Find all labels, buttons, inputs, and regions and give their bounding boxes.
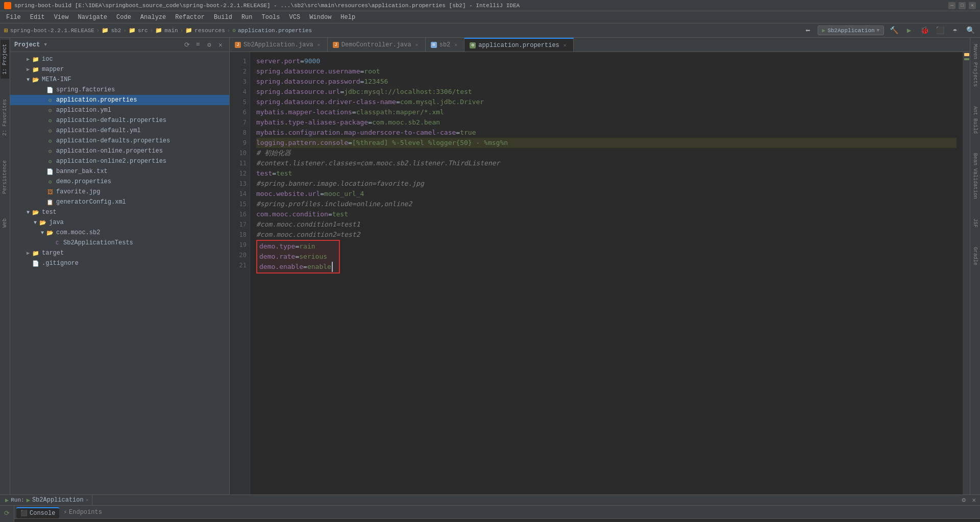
settings-icon[interactable]: ⚙ bbox=[205, 40, 214, 49]
tree-item-favorite-jpg[interactable]: 🖼 favorite.jpg bbox=[10, 187, 229, 197]
endpoints-tab[interactable]: ⚡ Endpoints bbox=[59, 507, 106, 517]
rerun-button[interactable]: ⟳ bbox=[2, 508, 13, 519]
tab-close-3[interactable]: ✕ bbox=[453, 41, 459, 48]
window-controls[interactable]: ─ □ ✕ bbox=[948, 2, 976, 9]
left-tab-web[interactable]: Web bbox=[1, 214, 9, 232]
menu-analyze[interactable]: Analyze bbox=[136, 13, 170, 22]
file-banner-icon: 📄 bbox=[46, 167, 54, 176]
menu-window[interactable]: Window bbox=[305, 13, 335, 22]
right-tab-gradle[interactable]: Gradle bbox=[971, 243, 979, 269]
back-button[interactable]: ⬅ bbox=[802, 25, 814, 36]
tab-close-4[interactable]: ✕ bbox=[562, 42, 568, 49]
run-close-icon[interactable]: ✕ bbox=[86, 497, 89, 503]
run-button[interactable]: ▶ bbox=[903, 25, 915, 36]
menu-file[interactable]: File bbox=[2, 13, 25, 22]
breadcrumb-main[interactable]: main bbox=[164, 28, 178, 34]
code-line-12: test=test bbox=[256, 168, 957, 179]
breadcrumb-resources[interactable]: resources bbox=[194, 28, 225, 34]
menu-build[interactable]: Build bbox=[210, 13, 236, 22]
tree-item-gitignore[interactable]: 📄 .gitignore bbox=[10, 258, 229, 268]
close-button[interactable]: ✕ bbox=[969, 2, 976, 9]
tab-sb2[interactable]: m sb2 ✕ bbox=[426, 38, 465, 52]
hide-bottom-icon[interactable]: ✕ bbox=[970, 495, 978, 505]
right-tab-jsf[interactable]: JSF bbox=[971, 214, 979, 232]
maximize-button[interactable]: □ bbox=[959, 2, 966, 9]
tree-label-java: java bbox=[49, 219, 64, 226]
tree-item-spring-factories[interactable]: 📄 spring.factories bbox=[10, 85, 229, 95]
run-config-selector[interactable]: ▶ Sb2Application ▼ bbox=[818, 26, 884, 35]
menu-edit[interactable]: Edit bbox=[26, 13, 49, 22]
tab-sb2application[interactable]: J Sb2Application.java ✕ bbox=[230, 38, 328, 52]
tree-item-sb2-tests[interactable]: C Sb2ApplicationTests bbox=[10, 238, 229, 248]
tab-close-1[interactable]: ✕ bbox=[316, 41, 322, 48]
right-tab-maven[interactable]: Maven Projects bbox=[971, 40, 979, 91]
tree-item-meta-inf[interactable]: ▼ 📂 META-INF bbox=[10, 74, 229, 85]
tab-close-2[interactable]: ✕ bbox=[414, 41, 420, 48]
tree-item-target[interactable]: ▶ 📁 target bbox=[10, 248, 229, 258]
tree-item-app-online2-props[interactable]: ⚙ application-online2.properties bbox=[10, 156, 229, 166]
tree-item-java[interactable]: ▼ 📂 java bbox=[10, 217, 229, 228]
line-numbers: 123456789101112131415161718192021 bbox=[230, 52, 250, 494]
tree-item-application-props[interactable]: ⚙ application.properties bbox=[10, 95, 229, 105]
tree-item-ioc[interactable]: ▶ 📁 ioc bbox=[10, 54, 229, 64]
close-panel-icon[interactable]: ✕ bbox=[216, 40, 225, 49]
file-app-online-props-icon: ⚙ bbox=[46, 147, 54, 155]
stop-button[interactable]: ⬛ bbox=[934, 25, 945, 36]
right-tab-ant[interactable]: Ant Build bbox=[971, 102, 979, 138]
breadcrumb-src[interactable]: src bbox=[138, 28, 148, 34]
folder-target-icon: 📁 bbox=[32, 249, 40, 257]
menu-refactor[interactable]: Refactor bbox=[171, 13, 209, 22]
right-edge-bar bbox=[963, 52, 970, 494]
project-dropdown-icon[interactable]: ▼ bbox=[44, 42, 46, 47]
info-indicator bbox=[964, 58, 969, 60]
tree-item-com-mooc-sb2[interactable]: ▼ 📂 com.mooc.sb2 bbox=[10, 228, 229, 238]
tree-item-test[interactable]: ▼ 📂 test bbox=[10, 207, 229, 217]
menu-help[interactable]: Help bbox=[336, 13, 359, 22]
tree-item-demo-props[interactable]: ⚙ demo.properties bbox=[10, 177, 229, 187]
menu-view[interactable]: View bbox=[50, 13, 73, 22]
menu-vcs[interactable]: VCS bbox=[285, 13, 305, 22]
left-tab-persistence[interactable]: Persistence bbox=[1, 156, 9, 198]
menu-run[interactable]: Run bbox=[237, 13, 257, 22]
tree-item-app-default-yml[interactable]: ⚙ application-default.yml bbox=[10, 126, 229, 136]
code-editor[interactable]: 123456789101112131415161718192021 server… bbox=[230, 52, 970, 494]
menu-tools[interactable]: Tools bbox=[258, 13, 284, 22]
sync-icon[interactable]: ⟳ bbox=[182, 40, 191, 49]
tree-item-generator-config[interactable]: 📋 generatorConfig.xml bbox=[10, 197, 229, 207]
collapse-all-icon[interactable]: ≡ bbox=[193, 40, 203, 49]
coverage-button[interactable]: ☂ bbox=[949, 25, 961, 36]
breadcrumb-current-file: application.properties bbox=[238, 28, 312, 34]
tree-label-demo-props: demo.properties bbox=[56, 178, 111, 185]
breadcrumb-root[interactable]: spring-boot-2.2.1.RELEASE bbox=[10, 28, 94, 34]
run-tab-header[interactable]: ▶ Run: ▶ Sb2Application ✕ bbox=[2, 495, 92, 505]
settings-gear-icon[interactable]: ⚙ bbox=[960, 495, 968, 505]
tree-item-application-yml[interactable]: ⚙ application.yml bbox=[10, 105, 229, 115]
build-button[interactable]: 🔨 bbox=[888, 25, 899, 36]
menu-navigate[interactable]: Navigate bbox=[74, 13, 111, 22]
console-output: [http-nio-9000-exec-1] INFO o.a.c.core.c… bbox=[14, 519, 980, 522]
search-everywhere-button[interactable]: 🔍 bbox=[965, 25, 976, 36]
run-controls: ⟳ ▲ ▼ ⏹ ⏸ 📷 ≡ « » bbox=[0, 506, 14, 522]
bottom-panel: ▶ Run: ▶ Sb2Application ✕ ⚙ ✕ ⟳ ▲ ▼ ⏹ ⏸ … bbox=[0, 494, 980, 522]
tree-item-app-online-props[interactable]: ⚙ application-online.properties bbox=[10, 146, 229, 156]
debug-button[interactable]: 🐞 bbox=[919, 25, 930, 36]
tab-application-props[interactable]: ⚙ application.properties ✕ bbox=[464, 38, 573, 52]
tree-arrow-mapper: ▶ bbox=[24, 66, 32, 72]
tab-democontroller[interactable]: J DemoController.java ✕ bbox=[328, 38, 426, 52]
tree-item-banner-bak[interactable]: 📄 banner_bak.txt bbox=[10, 166, 229, 177]
left-tab-project[interactable]: 1: Project bbox=[1, 40, 9, 79]
tree-item-app-default-props[interactable]: ⚙ application-default.properties bbox=[10, 115, 229, 126]
breadcrumb-sb2[interactable]: sb2 bbox=[111, 28, 121, 34]
file-app-default-yml-icon: ⚙ bbox=[46, 127, 54, 135]
selected-lines-box: demo.type=rain demo.rate=serious demo.en… bbox=[256, 240, 340, 274]
breadcrumb-resources-icon: 📁 bbox=[185, 27, 192, 34]
left-tab-favorites[interactable]: 2: Favorites bbox=[1, 95, 9, 140]
tree-item-mapper[interactable]: ▶ 📁 mapper bbox=[10, 64, 229, 74]
menu-code[interactable]: Code bbox=[112, 13, 135, 22]
code-content[interactable]: server.port=9000 spring.datasource.usern… bbox=[250, 52, 963, 494]
tree-item-app-defaults-props[interactable]: ⚙ application-defaults.properties bbox=[10, 136, 229, 146]
folder-meta-inf-icon: 📂 bbox=[32, 76, 40, 84]
console-tab[interactable]: ⬛ Console bbox=[16, 507, 59, 518]
minimize-button[interactable]: ─ bbox=[948, 2, 955, 9]
right-tab-bean-val[interactable]: Bean Validation bbox=[971, 149, 979, 203]
